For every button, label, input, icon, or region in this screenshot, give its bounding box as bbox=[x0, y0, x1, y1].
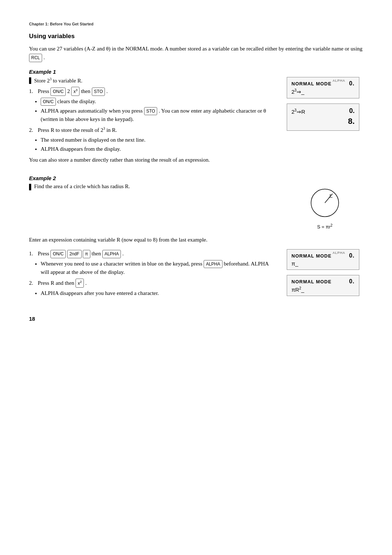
section-title: Using variables bbox=[29, 33, 363, 40]
value-1: 0. bbox=[349, 80, 355, 87]
sub-text: You can also store a number directly rat… bbox=[29, 155, 276, 164]
normal-mode-4: NORMAL MODE bbox=[291, 279, 331, 284]
circle-svg: r bbox=[305, 186, 345, 222]
calc-display-4: NORMAL MODE 0. πR2_ bbox=[287, 275, 359, 296]
onc-key-bullet: ON/C bbox=[41, 98, 56, 106]
rcl-key: RCL bbox=[29, 54, 42, 62]
alpha-label-1: ALPHA bbox=[332, 79, 345, 82]
example-1-content: Store 23 to variable R. 1. Press ON/C 2 … bbox=[29, 77, 363, 167]
example-1-title: Example 1 bbox=[29, 69, 363, 75]
step-e2-2-content: Press R and then x2 . bbox=[38, 279, 276, 288]
alpha-label-3: ALPHA bbox=[332, 251, 345, 255]
example-1-header: Store 23 to variable R. bbox=[29, 77, 276, 84]
normal-mode-1: NORMAL MODE bbox=[291, 81, 331, 86]
mode-line-4: NORMAL MODE 0. bbox=[291, 278, 355, 285]
alpha-key: ALPHA bbox=[102, 250, 121, 258]
example-2-steps-row: 1. Press ON/C 2ndF π then ALPHA . Whenev… bbox=[29, 249, 363, 301]
example-1-left: Store 23 to variable R. 1. Press ON/C 2 … bbox=[29, 77, 276, 167]
circle-diagram: r S = πr2 bbox=[287, 186, 363, 230]
chapter-label: Chapter 1: Before You Get Started bbox=[29, 22, 363, 26]
onc-key-e2: ON/C bbox=[50, 250, 66, 258]
bullet-1a: ON/C clears the display. bbox=[41, 97, 276, 106]
value-4: 0. bbox=[349, 278, 355, 285]
example-1-header-text: Store 23 to variable R. bbox=[34, 77, 82, 84]
svg-line-1 bbox=[325, 194, 332, 203]
section-intro: You can use 27 variables (A-Z and θ) in … bbox=[29, 44, 363, 62]
expr-line-2: 23⇒R bbox=[291, 108, 305, 115]
alpha-key-bullet: ALPHA bbox=[204, 260, 222, 268]
example-1-block: Example 1 Store 23 to variable R. 1. Pre… bbox=[29, 69, 363, 167]
step-1-row: 1. Press ON/C 2 x3 then STO . bbox=[29, 87, 276, 96]
page-number: 18 bbox=[29, 316, 363, 322]
example-2-header-row: Find the area of a circle which has radi… bbox=[29, 183, 363, 230]
bullet-1b: ALPHA appears automatically when you pre… bbox=[41, 107, 276, 123]
step-2-num: 2. bbox=[29, 126, 38, 134]
example-2-right: ALPHA NORMAL MODE 0. π_ NORMAL MODE 0. π… bbox=[287, 249, 363, 301]
step-2-content: Press R to store the result of 23 in R. bbox=[38, 126, 276, 134]
bullet-e2-2a: ALPHA disappears after you have entered … bbox=[41, 289, 276, 297]
circle-diagram-col: r S = πr2 bbox=[287, 183, 363, 230]
example-2-block: Example 2 Find the area of a circle whic… bbox=[29, 175, 363, 301]
step-2-row: 2. Press R to store the result of 23 in … bbox=[29, 126, 276, 134]
step-e2-1-num: 1. bbox=[29, 249, 38, 258]
calc-display-2: 23⇒R 0. 8. bbox=[287, 104, 359, 131]
sto-key: STO bbox=[92, 88, 105, 96]
step-1-bullets: ON/C clears the display. ALPHA appears a… bbox=[41, 97, 276, 123]
step-e2-1-row: 1. Press ON/C 2ndF π then ALPHA . bbox=[29, 249, 276, 258]
step-e2-2-num: 2. bbox=[29, 279, 38, 288]
calc-display-1: ALPHA NORMAL MODE 0. 23⇒_ bbox=[287, 77, 359, 98]
step-2-bullets: The stored number is displayed on the ne… bbox=[41, 136, 276, 153]
bullet-e2-1a: Whenever you need to use a character wri… bbox=[41, 260, 276, 276]
expr-line-1: 23⇒_ bbox=[291, 88, 355, 95]
value-3: 0. bbox=[349, 252, 355, 259]
step-e2-2-row: 2. Press R and then x2 . bbox=[29, 279, 276, 288]
svg-text:r: r bbox=[330, 192, 331, 198]
bullet-2a: The stored number is displayed on the ne… bbox=[41, 136, 276, 144]
step-e2-1-bullets: Whenever you need to use a character wri… bbox=[41, 260, 276, 276]
example-2-title: Example 2 bbox=[29, 175, 363, 181]
x2-key: x2 bbox=[75, 279, 84, 288]
example-2-header-left: Find the area of a circle which has radi… bbox=[29, 183, 276, 193]
black-bar-icon-2 bbox=[29, 184, 31, 190]
pi-key: π bbox=[83, 250, 90, 258]
onc-key-1: ON/C bbox=[50, 88, 66, 96]
example-1-right: ALPHA NORMAL MODE 0. 23⇒_ 23⇒R 0. 8. bbox=[287, 77, 363, 136]
expr-line-3: π_ bbox=[291, 260, 355, 267]
value-2b: 8. bbox=[291, 117, 355, 126]
black-bar-icon bbox=[29, 77, 31, 84]
bullet-2b: ALPHA disappears from the display. bbox=[41, 145, 276, 153]
sto-key-bullet: STO bbox=[144, 107, 157, 115]
example-2-left: 1. Press ON/C 2ndF π then ALPHA . Whenev… bbox=[29, 249, 276, 299]
normal-mode-3: NORMAL MODE bbox=[291, 253, 331, 259]
step-1-content: Press ON/C 2 x3 then STO . bbox=[38, 87, 276, 96]
step-e2-2-bullets: ALPHA disappears after you have entered … bbox=[41, 289, 276, 297]
value-2a: 0. bbox=[349, 107, 355, 115]
example-2-header: Find the area of a circle which has radi… bbox=[29, 183, 276, 190]
circle-formula: S = πr2 bbox=[317, 223, 332, 230]
2ndf-key: 2ndF bbox=[67, 250, 81, 258]
example-2-header-text: Find the area of a circle which has radi… bbox=[34, 183, 130, 190]
example-2-intro: Enter an expression containing variable … bbox=[29, 235, 363, 244]
calc-display-3: ALPHA NORMAL MODE 0. π_ bbox=[287, 249, 359, 270]
step-e2-1-content: Press ON/C 2ndF π then ALPHA . bbox=[38, 249, 276, 258]
x3-key: x3 bbox=[71, 87, 79, 96]
expr-line-4: πR2_ bbox=[291, 286, 355, 293]
step-1-num: 1. bbox=[29, 87, 38, 96]
